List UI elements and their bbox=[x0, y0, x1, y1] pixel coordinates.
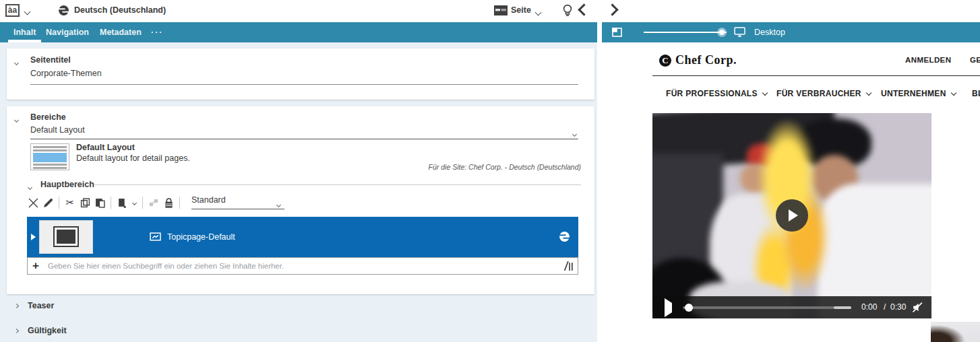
component-view-chevron-icon bbox=[277, 199, 280, 209]
mute-icon[interactable] bbox=[912, 302, 923, 315]
toggle-view-icon[interactable] bbox=[563, 261, 574, 273]
section-gueltigkeit[interactable]: Gültigkeit bbox=[15, 326, 67, 335]
tab-inhalt[interactable]: Inhalt bbox=[13, 22, 36, 42]
seek-bar[interactable] bbox=[683, 306, 851, 309]
current-time: 0:00 bbox=[861, 302, 877, 312]
nav-clipped[interactable]: BL bbox=[972, 89, 980, 98]
logo-badge-icon: C bbox=[659, 55, 671, 67]
navigate-next-icon[interactable] bbox=[608, 5, 617, 16]
site-preview: C Chef Corp. ANMELDEN GE FÜR PROFESSIONA… bbox=[602, 42, 980, 342]
nav-label: FÜR VERBRAUCHER bbox=[776, 89, 861, 98]
layout-description: Default layout for detail pages. bbox=[76, 153, 190, 163]
editor-tab-bar: Inhalt Navigation Metadaten ··· bbox=[0, 22, 597, 42]
language-switch-icon[interactable]: àa bbox=[5, 4, 20, 17]
device-preview-bar: Desktop bbox=[602, 22, 980, 42]
component-search-input[interactable] bbox=[48, 259, 547, 273]
header-rule bbox=[652, 75, 980, 76]
preview-top-strip bbox=[602, 0, 980, 22]
selected-component-row[interactable]: Topicpage-Default bbox=[27, 217, 578, 257]
expand-gueltigkeit-icon bbox=[14, 328, 19, 333]
component-thumbnail bbox=[39, 220, 93, 254]
site-nav: FÜR PROFESSIONALS FÜR VERBRAUCHER UNTERN… bbox=[602, 89, 980, 100]
component-globe-icon bbox=[559, 231, 570, 244]
control-play-icon[interactable] bbox=[665, 303, 672, 312]
navigate-previous-icon[interactable] bbox=[580, 5, 588, 16]
collapse-seitentitel-icon[interactable] bbox=[15, 57, 18, 67]
gueltigkeit-label: Gültigkeit bbox=[28, 326, 67, 335]
nav-unternehmen[interactable]: UNTERNEHMEN bbox=[881, 89, 956, 98]
collapse-bereiche-icon[interactable] bbox=[15, 114, 18, 124]
page-view-icon bbox=[494, 5, 508, 18]
tab-metadaten[interactable]: Metadaten bbox=[100, 22, 142, 42]
lightbulb-icon[interactable] bbox=[561, 3, 574, 20]
copy-icon[interactable] bbox=[78, 195, 92, 210]
editor-toolbar: àa Deutsch (Deutschland) Seite bbox=[0, 0, 597, 22]
magnolia-page-editor: àa Deutsch (Deutschland) Seite Inhalt Na… bbox=[0, 0, 980, 342]
nav-label: BL bbox=[972, 89, 980, 98]
layout-thumbnail bbox=[30, 143, 69, 170]
anmelden-link[interactable]: ANMELDEN bbox=[905, 56, 951, 64]
link-icon bbox=[146, 195, 161, 210]
hauptbereich-title: Hauptbereich bbox=[40, 180, 94, 189]
nav-fuer-professionals[interactable]: FÜR PROFESSIONALS bbox=[666, 89, 767, 98]
tab-more[interactable]: ··· bbox=[151, 22, 164, 42]
chevron-down-icon bbox=[762, 90, 768, 95]
nav-label: FÜR PROFESSIONALS bbox=[666, 89, 758, 98]
device-size-slider-track[interactable] bbox=[644, 32, 727, 33]
hauptbereich-divider bbox=[94, 184, 581, 185]
lock-icon[interactable] bbox=[161, 195, 176, 210]
component-view-select-value: Standard bbox=[191, 195, 226, 205]
globe-icon bbox=[58, 5, 69, 18]
language-dropdown-chevron-icon[interactable] bbox=[25, 7, 30, 16]
component-view-select[interactable]: Standard bbox=[191, 195, 284, 209]
view-mode-label[interactable]: Seite bbox=[511, 5, 531, 15]
expand-teaser-icon bbox=[14, 303, 19, 308]
collapse-hauptbereich-icon[interactable] bbox=[28, 182, 32, 191]
nav-fuer-verbraucher[interactable]: FÜR VERBRAUCHER bbox=[776, 89, 871, 98]
video-player[interactable]: 0:00 / 0:30 bbox=[652, 113, 931, 318]
seitentitel-value: Corporate-Themen bbox=[30, 69, 102, 78]
clipped-header-link[interactable]: GE bbox=[970, 56, 980, 64]
component-search-row: + bbox=[27, 257, 578, 275]
delete-icon[interactable] bbox=[26, 195, 40, 210]
play-icon bbox=[789, 209, 798, 221]
window-restore-icon[interactable] bbox=[612, 28, 622, 39]
teaser-label: Teaser bbox=[28, 301, 54, 310]
seitentitel-title: Seitentitel bbox=[30, 55, 71, 65]
site-logo[interactable]: C Chef Corp. bbox=[659, 53, 737, 67]
play-button[interactable] bbox=[776, 199, 808, 232]
logo-text: Chef Corp. bbox=[675, 53, 737, 67]
cut-icon[interactable]: ✂ bbox=[63, 195, 78, 210]
add-icon[interactable]: + bbox=[32, 259, 39, 273]
chevron-down-icon bbox=[950, 90, 956, 95]
add-component-icon[interactable] bbox=[115, 195, 129, 210]
time-separator: / bbox=[884, 302, 886, 312]
chevron-down-icon bbox=[866, 90, 871, 95]
seitentitel-card: Seitentitel Corporate-Themen bbox=[7, 48, 594, 100]
panel-divider[interactable] bbox=[597, 0, 602, 342]
video-controls-bar: 0:00 / 0:30 bbox=[652, 296, 931, 318]
seek-thumb[interactable] bbox=[685, 304, 693, 312]
expand-component-icon[interactable] bbox=[31, 233, 36, 242]
current-language-label: Deutsch (Deutschland) bbox=[74, 5, 166, 15]
seitentitel-field[interactable]: Corporate-Themen bbox=[30, 69, 578, 85]
layout-select-value: Default Layout bbox=[30, 125, 85, 135]
layout-site-note: Für die Site: Chef Corp. - Deutsch (Deut… bbox=[429, 163, 581, 171]
device-label: Desktop bbox=[754, 28, 785, 37]
add-component-chevron-icon[interactable] bbox=[129, 195, 139, 210]
tab-navigation[interactable]: Navigation bbox=[46, 22, 89, 42]
layout-select[interactable]: Default Layout bbox=[30, 125, 578, 139]
view-mode-chevron-icon[interactable] bbox=[536, 7, 541, 17]
bereiche-title: Bereiche bbox=[30, 112, 66, 122]
component-label: Topicpage-Default bbox=[167, 232, 235, 242]
bereiche-card: Bereiche Default Layout Default Layout D… bbox=[7, 106, 594, 294]
monitor-icon bbox=[734, 27, 745, 39]
paste-icon[interactable] bbox=[92, 195, 107, 210]
nav-label: UNTERNEHMEN bbox=[881, 89, 946, 98]
section-teaser[interactable]: Teaser bbox=[15, 301, 54, 310]
edit-icon[interactable] bbox=[40, 195, 55, 210]
editor-content-area: Seitentitel Corporate-Themen Bereiche De… bbox=[0, 42, 597, 342]
device-size-slider-thumb[interactable] bbox=[717, 28, 727, 37]
component-type-icon bbox=[150, 232, 161, 244]
layout-name: Default Layout bbox=[76, 143, 135, 152]
